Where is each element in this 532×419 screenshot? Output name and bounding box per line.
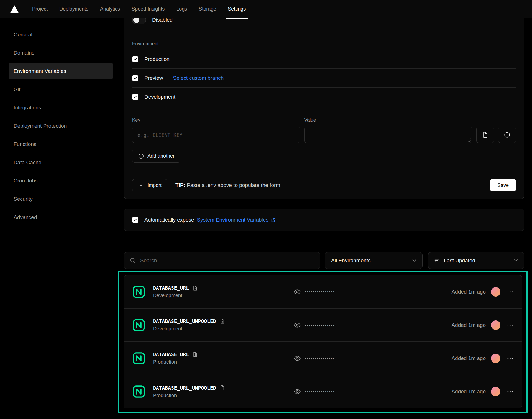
resize-handle-icon[interactable] (468, 138, 471, 142)
tip-text: TIP: Paste a .env above to populate the … (175, 182, 280, 188)
search-input[interactable] (124, 252, 320, 269)
tab-speed-insights[interactable]: Speed Insights (126, 0, 170, 18)
eye-icon[interactable] (294, 388, 301, 395)
value-input[interactable] (305, 127, 472, 143)
preview-checkbox[interactable] (132, 75, 138, 81)
value-mask: ••••••••••••••• (305, 323, 335, 327)
env-var-list: DATABASE_URL Development •••••••••••••••… (124, 275, 522, 408)
row-menu-button[interactable] (507, 355, 514, 362)
system-env-link[interactable]: System Environment Variables (197, 217, 276, 223)
sidebar-item-environment-variables[interactable]: Environment Variables (9, 63, 113, 79)
sidebar-item-general[interactable]: General (9, 26, 113, 43)
sidebar-item-integrations[interactable]: Integrations (9, 99, 113, 116)
file-icon[interactable] (192, 285, 198, 291)
ellipsis-icon (507, 288, 514, 295)
environment-section-label: Environment (132, 41, 516, 47)
vercel-logo-icon[interactable] (10, 5, 19, 13)
variable-environment: Production (153, 393, 225, 399)
tab-project[interactable]: Project (26, 0, 53, 18)
environment-option-preview: Preview Select custom branch (132, 69, 516, 88)
paste-env-file-button[interactable] (476, 127, 494, 143)
row-menu-button[interactable] (507, 288, 514, 295)
check-icon (133, 57, 137, 61)
save-button[interactable]: Save (490, 179, 516, 191)
external-link-icon (271, 217, 276, 223)
filters-row: All Environments Last Updated (124, 252, 524, 269)
remove-row-button[interactable] (498, 127, 516, 143)
sidebar-item-advanced[interactable]: Advanced (9, 209, 113, 226)
annotation-highlight: DATABASE_URL Development •••••••••••••••… (118, 271, 528, 413)
eye-icon[interactable] (294, 288, 301, 295)
development-label: Development (144, 94, 175, 100)
environment-filter-dropdown[interactable]: All Environments (325, 252, 423, 269)
value-mask: ••••••••••••••• (305, 289, 335, 294)
env-var-row: DATABASE_URL_UNPOOLED Production •••••••… (124, 375, 522, 408)
import-button[interactable]: Import (132, 179, 167, 191)
download-icon (138, 182, 144, 188)
check-icon (133, 95, 137, 99)
env-var-row: DATABASE_URL Development •••••••••••••••… (124, 275, 522, 309)
value-mask: ••••••••••••••• (305, 356, 335, 361)
variable-environment: Production (153, 359, 198, 365)
main-content: Disabled Environment Production Preview … (124, 18, 532, 413)
check-icon (133, 76, 137, 80)
sidebar-item-deployment-protection[interactable]: Deployment Protection (9, 117, 113, 134)
neon-icon (132, 318, 145, 332)
file-icon[interactable] (219, 385, 225, 390)
sidebar-item-functions[interactable]: Functions (9, 136, 113, 153)
tab-logs[interactable]: Logs (170, 0, 193, 18)
top-nav: Project Deployments Analytics Speed Insi… (0, 0, 532, 18)
production-label: Production (144, 56, 170, 62)
environment-option-production: Production (132, 50, 516, 69)
eye-icon[interactable] (294, 322, 301, 329)
search-icon (129, 257, 136, 264)
select-custom-branch-link[interactable]: Select custom branch (173, 75, 224, 81)
sidebar-item-cron-jobs[interactable]: Cron Jobs (9, 172, 113, 189)
key-input[interactable] (132, 127, 300, 143)
tab-analytics[interactable]: Analytics (94, 0, 126, 18)
added-timestamp: Added 1m ago (451, 355, 486, 361)
value-label: Value (304, 117, 472, 123)
ellipsis-icon (507, 322, 514, 329)
avatar (491, 387, 500, 396)
avatar (491, 354, 500, 363)
development-checkbox[interactable] (132, 94, 138, 100)
sort-dropdown[interactable]: Last Updated (428, 252, 524, 269)
file-icon[interactable] (192, 352, 198, 357)
ellipsis-icon (507, 388, 514, 395)
production-checkbox[interactable] (132, 56, 138, 62)
search-wrapper (124, 252, 320, 269)
sidebar-item-data-cache[interactable]: Data Cache (9, 154, 113, 171)
variable-name: DATABASE_URL_UNPOOLED (153, 318, 216, 324)
added-timestamp: Added 1m ago (451, 322, 486, 328)
neon-icon (132, 385, 145, 398)
row-menu-button[interactable] (507, 322, 514, 329)
minus-circle-icon (504, 132, 510, 138)
eye-icon[interactable] (294, 355, 301, 362)
tab-deployments[interactable]: Deployments (53, 0, 94, 18)
sidebar-item-security[interactable]: Security (9, 191, 113, 207)
neon-icon (132, 352, 145, 365)
ellipsis-icon (507, 355, 514, 362)
env-var-editor: Disabled Environment Production Preview … (124, 10, 524, 199)
variable-environment: Development (153, 326, 225, 332)
variable-name: DATABASE_URL (153, 351, 189, 357)
avatar (491, 287, 500, 297)
row-menu-button[interactable] (507, 388, 514, 395)
sidebar-item-domains[interactable]: Domains (9, 44, 113, 61)
value-mask: ••••••••••••••• (305, 389, 335, 394)
settings-sidebar: General Domains Environment Variables Gi… (0, 18, 124, 227)
sort-lines-icon (434, 258, 440, 264)
chevron-down-icon (513, 258, 519, 264)
file-icon[interactable] (219, 318, 225, 324)
avatar (491, 320, 500, 330)
preview-label: Preview (144, 75, 163, 81)
check-icon (133, 218, 137, 222)
sidebar-item-git[interactable]: Git (9, 81, 113, 98)
tab-settings[interactable]: Settings (222, 0, 252, 18)
variable-name: DATABASE_URL (153, 285, 189, 291)
file-icon (482, 132, 488, 138)
add-another-button[interactable]: Add another (132, 150, 180, 163)
system-env-checkbox[interactable] (132, 217, 138, 223)
tab-storage[interactable]: Storage (193, 0, 222, 18)
